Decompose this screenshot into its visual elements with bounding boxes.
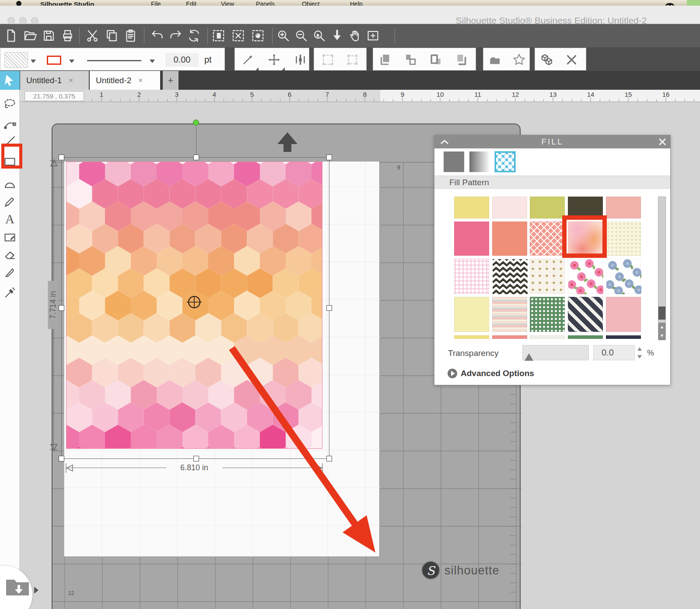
scrollbar-thumb[interactable]: [658, 306, 665, 320]
dropdown-caret-icon[interactable]: [149, 57, 155, 65]
zoom-to-page-icon[interactable]: [330, 29, 344, 42]
pattern-swatch-0[interactable]: [454, 197, 489, 218]
pattern-swatch-24[interactable]: [606, 335, 641, 339]
pattern-swatch-18[interactable]: [568, 297, 603, 332]
delete-object-icon[interactable]: [565, 53, 578, 67]
send-to-back-icon[interactable]: [455, 53, 468, 67]
save-icon[interactable]: [42, 29, 56, 42]
copy-icon[interactable]: [105, 29, 119, 42]
menu-app-name[interactable]: Silhouette Studio: [40, 0, 94, 6]
transparency-stepper[interactable]: [637, 345, 643, 360]
transparency-value-field[interactable]: 0.0: [593, 345, 635, 360]
apple-menu-icon[interactable]: [16, 0, 22, 6]
fill-panel-header[interactable]: FILL: [434, 135, 670, 148]
pattern-scrollbar[interactable]: ▲ ▼: [658, 197, 666, 340]
zoom-window-button[interactable]: [31, 17, 38, 25]
create-star-icon[interactable]: [512, 53, 526, 67]
pattern-swatch-13[interactable]: [568, 259, 603, 294]
tab-untitled-2[interactable]: Untitled-2 ×: [90, 71, 160, 90]
solid-fill-button[interactable]: [444, 151, 464, 172]
pattern-swatch-10[interactable]: [454, 259, 489, 294]
expand-icon[interactable]: [447, 368, 458, 379]
pattern-swatch-22[interactable]: [530, 335, 565, 339]
close-tab-icon[interactable]: ×: [69, 76, 73, 85]
battery-icon[interactable]: [687, 0, 700, 6]
print-icon[interactable]: [61, 29, 74, 42]
pattern-swatch-14[interactable]: [606, 259, 641, 294]
paste-icon[interactable]: [124, 29, 137, 42]
bring-forward-icon[interactable]: [404, 53, 417, 67]
new-document-icon[interactable]: [4, 29, 18, 42]
send-backward-icon[interactable]: [429, 53, 443, 67]
line-color-swatch[interactable]: [47, 56, 61, 65]
select-tool-button[interactable]: [0, 71, 20, 90]
eraser-tool-icon[interactable]: [3, 248, 17, 261]
pattern-swatch-21[interactable]: [492, 335, 527, 339]
menu-item-help[interactable]: Help: [350, 0, 363, 6]
gradient-fill-button[interactable]: [469, 151, 490, 172]
stroke-width-field[interactable]: 0.00: [165, 53, 199, 67]
pattern-swatch-15[interactable]: [454, 297, 489, 332]
pattern-swatch-20[interactable]: [454, 335, 489, 339]
paste-in-place-icon[interactable]: [212, 29, 225, 42]
tab-untitled-1[interactable]: Untitled-1 ×: [20, 71, 89, 90]
menu-item-view[interactable]: View: [221, 0, 234, 6]
undo-icon[interactable]: [150, 29, 164, 42]
pattern-swatch-5[interactable]: [454, 222, 489, 256]
pattern-swatch-16[interactable]: [492, 297, 527, 332]
paste-special-icon[interactable]: [251, 29, 265, 42]
eyedropper-tool-icon[interactable]: [3, 286, 17, 299]
draw-line-icon[interactable]: [241, 53, 255, 67]
distribute-icon[interactable]: [294, 53, 307, 67]
pattern-swatch-4[interactable]: [606, 197, 641, 218]
menu-item-object[interactable]: Object: [302, 0, 319, 6]
lasso-select-icon[interactable]: [3, 98, 17, 111]
pattern-fill-button[interactable]: [495, 151, 515, 172]
sync-icon[interactable]: [187, 29, 201, 42]
pattern-swatch-1[interactable]: [492, 197, 527, 218]
scroll-down-button[interactable]: ▼: [658, 331, 665, 340]
notification-icon[interactable]: [664, 0, 676, 6]
close-icon[interactable]: [658, 138, 666, 146]
notes-tool-icon[interactable]: [3, 231, 17, 244]
fit-to-window-icon[interactable]: [366, 29, 380, 42]
pattern-swatch-6[interactable]: [492, 222, 527, 256]
new-tab-button[interactable]: +: [163, 71, 178, 90]
group-disabled-icon[interactable]: [321, 53, 335, 67]
pattern-swatch-11[interactable]: [492, 259, 527, 294]
line-style-preview[interactable]: [87, 60, 141, 61]
pattern-swatch-17[interactable]: [530, 297, 565, 332]
pattern-swatch-12[interactable]: [530, 259, 565, 294]
pan-icon[interactable]: [348, 29, 362, 42]
menu-item-file[interactable]: File: [151, 0, 161, 6]
hexagon-pattern-image[interactable]: [66, 162, 322, 449]
redo-icon[interactable]: [169, 29, 182, 42]
ungroup-disabled-icon[interactable]: [346, 53, 359, 67]
translate-icon[interactable]: [267, 53, 281, 67]
dropdown-caret-icon[interactable]: [30, 57, 36, 65]
fill-style-swatch[interactable]: [4, 52, 28, 68]
menu-item-edit[interactable]: Edit: [186, 0, 196, 6]
zoom-out-icon[interactable]: [294, 29, 308, 42]
library-folder-icon[interactable]: [5, 577, 40, 598]
cut-selection-icon[interactable]: [231, 29, 245, 42]
transparency-slider[interactable]: [522, 345, 589, 360]
text-tool[interactable]: A: [3, 212, 17, 226]
dropdown-caret-icon[interactable]: [69, 57, 75, 65]
open-file-icon[interactable]: [23, 29, 37, 42]
edit-points-icon[interactable]: [3, 117, 17, 131]
modify-shapes-icon[interactable]: [488, 53, 501, 67]
pattern-swatch-7[interactable]: [530, 222, 565, 256]
bring-to-front-icon[interactable]: [378, 53, 392, 67]
object-3d-icon[interactable]: [540, 53, 554, 67]
close-window-button[interactable]: [7, 17, 15, 25]
drag-zoom-icon[interactable]: [312, 29, 326, 42]
draw-arc-icon[interactable]: [3, 177, 17, 191]
minimize-window-button[interactable]: [19, 17, 27, 25]
close-tab-icon[interactable]: ×: [138, 76, 143, 85]
zoom-in-icon[interactable]: [276, 29, 290, 42]
slider-thumb[interactable]: [524, 352, 534, 361]
pattern-swatch-2[interactable]: [530, 197, 565, 218]
pattern-swatch-19[interactable]: [606, 297, 641, 332]
cut-icon[interactable]: [86, 29, 99, 42]
